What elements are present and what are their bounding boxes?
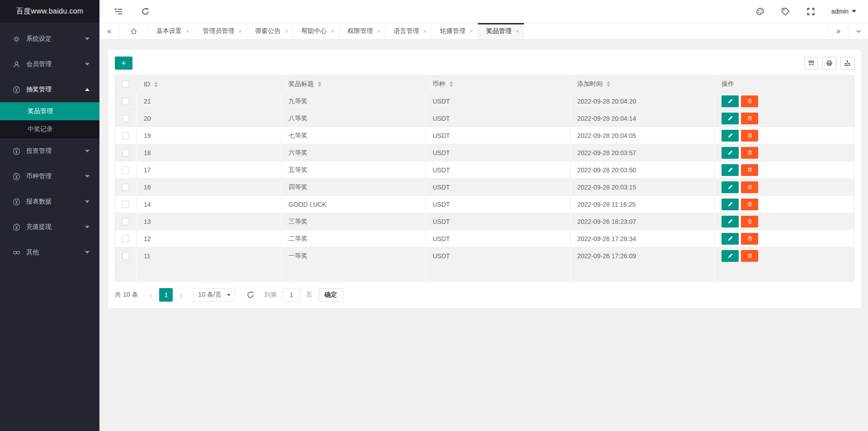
row-checkbox[interactable] [122,166,129,174]
page-size-select[interactable]: 10 条/页 [193,288,235,302]
sidebar-subitem-records[interactable]: 中奖记录 [0,120,99,138]
sidebar-subitem-prizes[interactable]: 奖品管理 [0,102,99,120]
tab-基本设置[interactable]: 基本设置× [148,23,194,39]
tab-close-icon[interactable]: × [331,28,335,35]
delete-button[interactable] [741,233,758,245]
sidebar-item-label: 会员管理 [26,60,85,68]
cell-operations [715,213,854,230]
tag-icon[interactable] [781,6,791,16]
sidebar-item-system[interactable]: 系统设定 [0,26,99,52]
row-checkbox[interactable] [122,98,129,105]
refresh-page-icon[interactable] [140,6,150,16]
tab-close-icon[interactable]: × [186,28,189,35]
goto-prefix-label: 到第 [264,291,277,299]
select-all-checkbox[interactable] [122,81,129,88]
user-menu[interactable]: admin [831,8,856,15]
cell-title: 八等奖 [282,110,426,127]
edit-button[interactable] [722,250,739,262]
sidebar-item-lottery[interactable]: 抽奖管理 [0,77,99,102]
print-button[interactable] [822,57,836,70]
next-page-button[interactable]: › [174,288,188,302]
delete-button[interactable] [741,95,758,107]
sidebar-item-recharge[interactable]: 充值提现 [0,214,99,240]
add-prize-button[interactable]: + [115,57,132,70]
delete-button[interactable] [741,199,758,210]
tab-close-icon[interactable]: × [284,28,288,35]
delete-button[interactable] [741,147,758,159]
delete-button[interactable] [741,216,758,227]
tab-close-icon[interactable]: × [377,28,381,35]
edit-button[interactable] [722,130,739,142]
sidebar-item-members[interactable]: 会员管理 [0,52,99,77]
tab-语言管理[interactable]: 语言管理× [386,23,432,39]
goto-confirm-button[interactable]: 确定 [319,288,343,302]
edit-button[interactable] [722,164,739,176]
pencil-icon [727,133,733,138]
pagination-refresh-icon[interactable] [246,291,255,299]
edit-button[interactable] [722,147,739,159]
row-checkbox[interactable] [122,201,129,208]
tabs-scroll-left-button[interactable]: « [99,23,119,39]
home-tab[interactable] [119,23,148,39]
tab-弹窗公告[interactable]: 弹窗公告× [247,23,293,39]
sort-icon[interactable] [318,81,321,87]
tab-帮助中心[interactable]: 帮助中心× [293,23,340,39]
tab-close-icon[interactable]: × [515,28,519,35]
cell-added-at: 2022-09-28 20:04:05 [571,127,715,144]
cell-operations [715,230,854,247]
sidebar-item-reports[interactable]: 报表数据 [0,189,99,214]
delete-button[interactable] [741,130,758,142]
cell-id: 18 [137,144,282,161]
row-actions [722,233,847,245]
tab-close-icon[interactable]: × [423,28,427,35]
tab-管理员管理[interactable]: 管理员管理× [194,23,247,39]
sidebar-item-other[interactable]: 其他 [0,240,99,265]
edit-button[interactable] [722,95,739,107]
filter-columns-button[interactable] [804,57,818,70]
sort-icon[interactable] [154,82,158,87]
fullscreen-icon[interactable] [806,6,816,16]
current-page-button[interactable]: 1 [159,288,173,302]
row-checkbox[interactable] [122,235,129,242]
filler-cell [137,265,282,282]
row-checkbox[interactable] [122,252,129,260]
trash-icon [747,218,753,224]
page-size-value: 10 条/页 [198,291,221,299]
delete-button[interactable] [741,250,758,262]
row-checkbox[interactable] [122,218,129,225]
trash-icon [747,253,753,259]
tab-close-icon[interactable]: × [238,28,242,35]
tab-奖品管理[interactable]: 奖品管理× [478,23,524,39]
delete-button[interactable] [741,113,758,124]
edit-button[interactable] [722,216,739,227]
tab-权限管理[interactable]: 权限管理× [340,23,386,39]
row-checkbox[interactable] [122,115,129,122]
edit-button[interactable] [722,113,739,124]
chevron-down-icon [855,28,862,35]
tab-close-icon[interactable]: × [469,28,473,35]
goto-page-input[interactable] [283,288,301,302]
row-checkbox[interactable] [122,184,129,191]
tab-轮播管理[interactable]: 轮播管理× [432,23,478,39]
collapse-sidebar-icon[interactable] [113,6,123,16]
prev-page-button[interactable]: ‹ [144,288,158,302]
edit-button[interactable] [722,181,739,193]
row-actions [722,250,847,262]
delete-button[interactable] [741,164,758,176]
edit-button[interactable] [722,199,739,210]
edit-button[interactable] [722,233,739,245]
tab-operations-button[interactable] [848,23,868,39]
sidebar-item-invest[interactable]: 投资管理 [0,138,99,164]
row-checkbox[interactable] [122,149,129,156]
sidebar-item-currency[interactable]: 币种管理 [0,164,99,189]
sort-icon[interactable] [449,81,453,87]
delete-button[interactable] [741,181,758,193]
trash-icon [747,115,753,121]
export-button[interactable] [840,57,854,70]
sidebar-item-caret-icon [85,226,90,228]
theme-palette-icon[interactable] [755,6,765,16]
row-checkbox[interactable] [122,132,129,139]
trash-icon [747,201,753,207]
tabs-scroll-right-button[interactable]: » [828,23,848,39]
sort-icon[interactable] [607,81,610,87]
